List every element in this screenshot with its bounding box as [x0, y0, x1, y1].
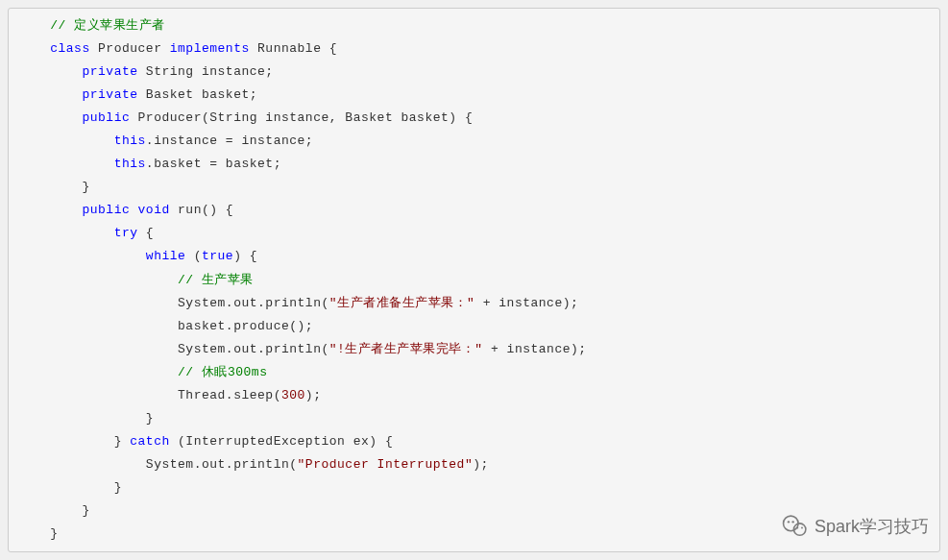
- token-plain: );: [473, 457, 489, 472]
- token-keyword: public: [82, 203, 130, 217]
- token-plain: ) {: [233, 249, 257, 263]
- code-line: try {: [18, 222, 930, 245]
- token-keyword: public: [82, 110, 130, 125]
- code-line: public void run() {: [18, 199, 930, 222]
- token-plain: System.out.println(: [178, 342, 329, 356]
- token-string: "!生产者生产苹果完毕：": [329, 342, 483, 356]
- token-keyword: implements: [170, 41, 250, 56]
- token-plain: System.out.println(: [146, 457, 298, 472]
- token-string: "Producer Interrupted": [298, 457, 474, 472]
- token-keyword: catch: [130, 434, 170, 449]
- code-line: basket.produce();: [18, 315, 930, 338]
- token-keyword: private: [82, 64, 137, 79]
- code-line: // 定义苹果生产者: [18, 14, 930, 37]
- code-line: System.out.println("!生产者生产苹果完毕：" + insta…: [18, 338, 930, 361]
- code-line: System.out.println("Producer Interrupted…: [18, 453, 930, 476]
- token-keyword: private: [82, 87, 137, 102]
- code-line: }: [18, 523, 930, 546]
- code-line: // 休眠300ms: [18, 361, 930, 384]
- token-keyword: try: [114, 226, 138, 240]
- token-string: 300: [281, 388, 305, 402]
- token-plain: }: [114, 480, 122, 495]
- code-line: } catch (InterruptedException ex) {: [18, 430, 930, 453]
- code-line: private Basket basket;: [18, 84, 930, 107]
- token-plain: run() {: [170, 203, 233, 217]
- code-line: private String instance;: [18, 61, 930, 84]
- token-plain: System.out.println(: [178, 296, 329, 310]
- token-keyword: while: [146, 249, 186, 263]
- token-keyword: this: [114, 157, 146, 171]
- token-plain: Thread.sleep(: [178, 388, 281, 402]
- token-plain: Producer: [90, 41, 170, 56]
- token-plain: );: [305, 388, 322, 402]
- token-plain: basket.produce();: [178, 319, 313, 333]
- token-comment: // 生产苹果: [178, 273, 254, 287]
- code-line: // 生产苹果: [18, 269, 930, 292]
- token-comment: // 休眠300ms: [178, 365, 267, 379]
- token-plain: (InterruptedException ex) {: [170, 434, 393, 449]
- token-plain: (: [185, 249, 202, 263]
- token-plain: Runnable {: [250, 41, 337, 56]
- code-content: // 定义苹果生产者 class Producer implements Run…: [18, 14, 930, 546]
- code-line: Thread.sleep(300);: [18, 384, 930, 407]
- code-line: System.out.println("生产者准备生产苹果：" + instan…: [18, 292, 930, 315]
- token-plain: }: [146, 411, 154, 426]
- token-comment: // 定义苹果生产者: [50, 18, 164, 33]
- code-line: while (true) {: [18, 245, 930, 268]
- token-keyword: void: [138, 203, 170, 217]
- token-keyword: class: [50, 41, 90, 56]
- token-plain: String instance;: [138, 64, 274, 79]
- token-plain: .basket = basket;: [146, 157, 281, 171]
- token-plain: Producer(String instance, Basket basket)…: [130, 110, 473, 125]
- code-line: public Producer(String instance, Basket …: [18, 107, 930, 130]
- token-plain: }: [114, 434, 131, 449]
- code-line: }: [18, 476, 930, 499]
- token-plain: [130, 203, 137, 217]
- code-line: this.basket = basket;: [18, 153, 930, 176]
- code-line: class Producer implements Runnable {: [18, 37, 930, 61]
- token-string: "生产者准备生产苹果：": [329, 296, 475, 310]
- token-plain: {: [138, 226, 155, 240]
- code-line: }: [18, 176, 930, 199]
- token-plain: .instance = instance;: [146, 134, 313, 148]
- token-keyword: this: [114, 134, 146, 148]
- token-plain: Basket basket;: [138, 87, 258, 102]
- code-line: }: [18, 499, 930, 523]
- token-keyword: true: [202, 249, 233, 263]
- token-plain: }: [82, 180, 89, 194]
- code-line: }: [18, 407, 930, 430]
- code-block: // 定义苹果生产者 class Producer implements Run…: [8, 8, 940, 552]
- token-plain: }: [82, 503, 89, 518]
- token-plain: + instance);: [483, 342, 587, 356]
- code-line: this.instance = instance;: [18, 130, 930, 153]
- token-plain: }: [50, 526, 58, 541]
- token-plain: + instance);: [474, 296, 578, 310]
